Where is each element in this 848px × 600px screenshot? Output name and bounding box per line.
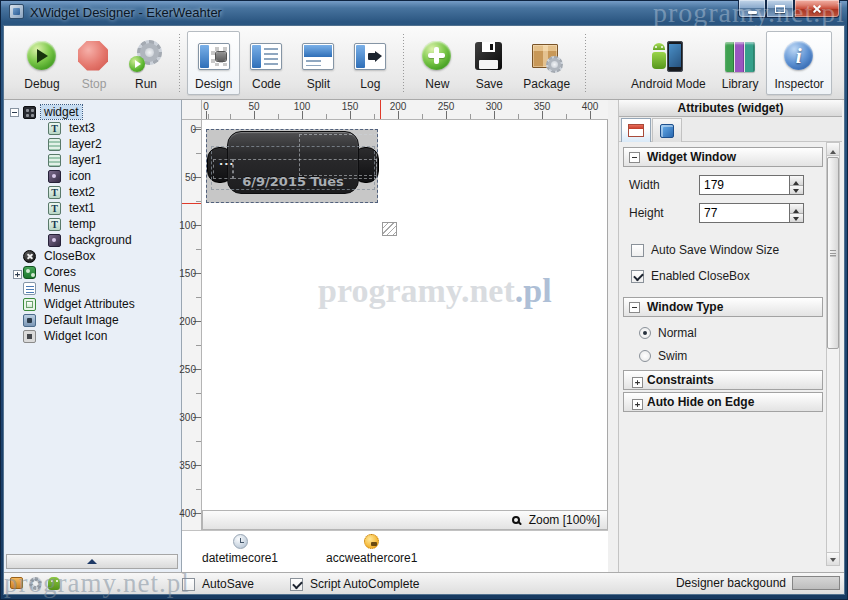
minimize-button[interactable] [738,0,766,18]
log-button[interactable]: Log [344,31,396,95]
toolbar-separator [179,34,180,92]
tab-objects[interactable] [652,118,682,142]
debug-button[interactable]: Debug [16,31,68,95]
tree-item-widget-attributes[interactable]: Widget Attributes [4,296,181,312]
inspector-button[interactable]: iInspector [766,31,831,95]
android-icon [650,39,686,75]
tree-item-text1[interactable]: Ttext1 [4,200,181,216]
design-button[interactable]: Design [187,31,240,95]
spin-up-icon[interactable] [790,176,803,186]
tree-item-widget-icon[interactable]: Widget Icon [4,328,181,344]
tree-item-label: CloseBox [41,249,98,263]
core-accweathercore1[interactable]: accweathercore1 [326,534,417,565]
checkbox-enabled-closebox[interactable]: Enabled CloseBox [631,269,825,283]
toolbar-button-label: Design [195,77,232,91]
scroll-down-icon[interactable] [827,552,839,565]
tree-item-text2[interactable]: Ttext2 [4,184,181,200]
tree-collapse-handle[interactable] [6,554,178,569]
collapse-icon[interactable] [629,152,640,163]
title-bar[interactable]: XWidget Designer - EkerWeahter programy.… [0,0,848,24]
cores-icon [23,266,36,279]
group-header-constraints[interactable]: Constraints [623,370,823,390]
tree-item-text3[interactable]: Ttext3 [4,120,181,136]
tree-item-temp[interactable]: Ttemp [4,216,181,232]
design-canvas[interactable]: programy.net.pl ... 6/9/2015 Tues [202,120,608,510]
package-button[interactable]: Package [515,31,578,95]
width-input[interactable]: 179 [699,175,804,195]
selection-resize-handle[interactable] [382,222,397,236]
vertical-ruler: 050100150200250300350400 [182,120,202,530]
autosave-checkbox[interactable]: AutoSave [182,577,254,591]
script-autocomplete-checkbox[interactable]: Script AutoComplete [290,577,419,591]
collapse-icon[interactable] [10,108,19,117]
image-icon [48,170,61,183]
tree-item-widget[interactable]: widget [4,104,181,120]
minimize-icon [748,11,757,14]
spin-down-icon[interactable] [790,214,803,223]
toolbar-button-label: Stop [82,77,107,91]
expand-icon[interactable] [13,270,22,279]
expand-icon[interactable] [632,377,643,388]
spinner[interactable] [789,203,804,223]
scroll-up-icon[interactable] [827,143,839,156]
new-button[interactable]: New [411,31,463,95]
tree-item-background[interactable]: background [4,232,181,248]
scrollbar-thumb[interactable] [827,157,839,349]
app-icon [9,4,24,19]
checkbox-icon[interactable] [182,578,195,591]
widget-window-checkboxes: Auto Save Window SizeEnabled CloseBox [619,243,825,283]
radio-swim[interactable]: Swim [639,349,825,363]
checkbox-auto-save-window-size[interactable]: Auto Save Window Size [631,243,825,257]
stop-button[interactable]: Stop [68,31,120,95]
radio-icon[interactable] [639,350,651,362]
run-button[interactable]: Run [120,31,172,95]
split-icon [300,39,336,75]
text-icon: T [48,122,61,135]
height-input[interactable]: 77 [699,203,804,223]
group-title: Auto Hide on Edge [647,395,754,409]
tree-item-default-image[interactable]: Default Image [4,312,181,328]
field-value[interactable]: 77 [699,203,789,223]
save-button[interactable]: Save [463,31,515,95]
toolbar-separator [585,34,586,92]
radio-normal[interactable]: Normal [639,326,825,340]
library-button[interactable]: Library [714,31,767,95]
android-button[interactable]: Android Mode [623,31,714,95]
radio-icon[interactable] [639,327,651,339]
tree-item-cores[interactable]: Cores [4,264,181,280]
field-label: Width [629,178,699,192]
close-button[interactable] [794,0,840,18]
checkbox-icon[interactable] [290,578,303,591]
group-header-auto-hide-on-edge[interactable]: Auto Hide on Edge [623,392,823,412]
attributes-scrollbar[interactable] [826,142,840,566]
code-button[interactable]: Code [240,31,292,95]
spin-down-icon[interactable] [790,186,803,195]
gear-icon [29,577,42,590]
tree-item-icon[interactable]: icon [4,168,181,184]
widget-tree: widgetTtext3layer2layer1iconTtext2Ttext1… [4,100,181,344]
tree-item-layer1[interactable]: layer1 [4,152,181,168]
group-header-widget-window[interactable]: Widget Window [623,147,823,167]
collapse-icon[interactable] [629,302,640,313]
checkbox-icon[interactable] [631,270,644,283]
radio-label: Normal [658,326,697,340]
field-value[interactable]: 179 [699,175,789,195]
tree-item-label: layer1 [66,153,105,167]
split-button[interactable]: Split [292,31,344,95]
tree-item-closebox[interactable]: CloseBox [4,248,181,264]
group-header-window-type[interactable]: Window Type [623,297,823,317]
core-datetimecore1[interactable]: datetimecore1 [202,534,278,565]
tree-item-menus[interactable]: Menus [4,280,181,296]
designer-background-swatch[interactable] [792,576,840,590]
spinner[interactable] [789,175,804,195]
widget-selection[interactable]: ... 6/9/2015 Tues [206,129,378,203]
sun-icon [364,534,379,549]
tab-widget-window[interactable] [621,118,651,142]
zoom-bar[interactable]: Zoom [100%] [202,510,608,530]
checkbox-icon[interactable] [631,244,644,257]
tree-item-layer2[interactable]: layer2 [4,136,181,152]
expand-icon[interactable] [632,399,643,410]
spin-up-icon[interactable] [790,204,803,214]
new-icon [419,39,455,75]
maximize-button[interactable] [766,0,794,18]
